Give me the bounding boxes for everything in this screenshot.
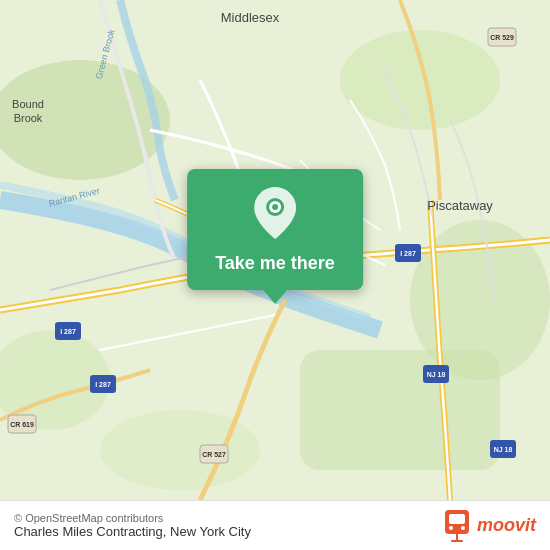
- map-container: I 287 I 287 I 287 NJ 18 NJ 18 CR 529 CR …: [0, 0, 550, 500]
- take-me-there-button[interactable]: Take me there: [187, 169, 363, 290]
- location-name: Charles Miles Contracting, New York City: [14, 524, 251, 539]
- svg-point-33: [272, 204, 278, 210]
- bottom-bar: © OpenStreetMap contributors Charles Mil…: [0, 500, 550, 550]
- svg-text:I 287: I 287: [60, 328, 76, 335]
- moovit-logo[interactable]: moovit: [441, 508, 536, 544]
- svg-point-2: [340, 30, 500, 130]
- svg-point-36: [449, 526, 453, 530]
- popup-overlay: Take me there: [187, 169, 363, 304]
- popup-label: Take me there: [215, 253, 335, 274]
- svg-text:CR 527: CR 527: [202, 451, 226, 458]
- svg-text:Middlesex: Middlesex: [221, 10, 280, 25]
- svg-text:I 287: I 287: [400, 250, 416, 257]
- svg-text:CR 619: CR 619: [10, 421, 34, 428]
- svg-rect-5: [300, 350, 500, 470]
- location-pin-icon: [254, 187, 296, 243]
- moovit-text: moovit: [477, 515, 536, 536]
- svg-rect-39: [451, 540, 463, 542]
- svg-text:NJ 18: NJ 18: [427, 371, 446, 378]
- moovit-pin-icon: [441, 508, 473, 544]
- svg-text:I 287: I 287: [95, 381, 111, 388]
- bottom-left-section: © OpenStreetMap contributors Charles Mil…: [14, 512, 251, 539]
- svg-point-37: [461, 526, 465, 530]
- svg-rect-35: [449, 514, 465, 524]
- svg-text:Brook: Brook: [14, 112, 43, 124]
- svg-text:CR 529: CR 529: [490, 34, 514, 41]
- svg-text:NJ 18: NJ 18: [494, 446, 513, 453]
- svg-text:Piscataway: Piscataway: [427, 198, 493, 213]
- svg-text:Bound: Bound: [12, 98, 44, 110]
- attribution-text: © OpenStreetMap contributors: [14, 512, 251, 524]
